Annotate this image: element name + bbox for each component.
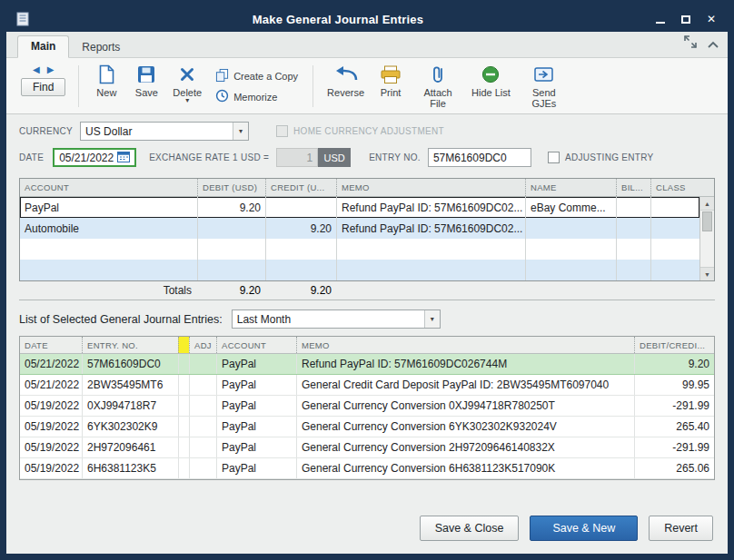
list-filter-bar: List of Selected General Journal Entries… xyxy=(19,309,715,329)
find-button[interactable]: Find xyxy=(21,78,65,96)
collapse-ribbon-icon[interactable] xyxy=(708,35,719,52)
gj-list-row[interactable]: 05/19/2022 6YK302302K9 PayPal General Cu… xyxy=(20,417,714,437)
minimize-button[interactable] xyxy=(650,10,671,28)
gj-list-row[interactable]: 05/19/2022 6H6381123K5 PayPal General Cu… xyxy=(20,458,714,479)
journal-grid-row: Automobile 9.20 Refund PayPal ID: 57M616… xyxy=(20,218,699,239)
save-button[interactable]: Save xyxy=(126,62,166,111)
cell-account: PayPal xyxy=(216,396,296,416)
cell-class[interactable] xyxy=(650,197,699,218)
cell-memo: General Currency Conversion 2H9720964614… xyxy=(296,437,634,457)
gj-list-row[interactable]: 05/21/2022 57M61609DC0 PayPal Refund Pay… xyxy=(20,354,714,375)
list-caption: List of Selected General Journal Entries… xyxy=(19,313,223,326)
save-and-new-button[interactable]: Save & New xyxy=(530,516,638,541)
cell-adj xyxy=(189,417,216,437)
toolbar-separator xyxy=(312,65,313,107)
totals-debit: 9.20 xyxy=(197,284,265,297)
attach-file-button[interactable]: Attach File xyxy=(411,62,465,111)
header-billable: BIL... xyxy=(616,179,650,196)
cell-name[interactable] xyxy=(525,218,616,239)
footer-actions: Save & Close Save & New Revert xyxy=(6,516,728,554)
tab-main[interactable]: Main xyxy=(17,35,69,58)
adjusting-entry-checkbox[interactable] xyxy=(548,152,560,163)
gj-list-row[interactable]: 05/19/2022 2H972096461 PayPal General Cu… xyxy=(20,437,714,458)
new-button[interactable]: New xyxy=(86,62,126,111)
print-icon xyxy=(381,63,401,86)
cell-memo: Refund PayPal ID: 57M61609DC026744M xyxy=(296,354,634,374)
journal-window-icon xyxy=(15,12,30,26)
chevron-down-icon: ▾ xyxy=(233,123,248,140)
forward-arrow-button[interactable]: ▶ xyxy=(47,64,55,74)
back-arrow-button[interactable]: ◀ xyxy=(33,64,40,74)
delete-button[interactable]: Delete ▾ xyxy=(166,62,208,111)
cell-billable[interactable] xyxy=(616,218,650,239)
expand-window-icon[interactable] xyxy=(684,35,697,52)
find-group: ◀ ▶ Find xyxy=(15,62,71,111)
currency-dropdown[interactable]: US Dollar ▾ xyxy=(80,122,249,141)
date-input[interactable]: 05/21/2022 xyxy=(53,148,136,167)
exchange-currency-badge: USD xyxy=(318,148,351,167)
cell-memo: General Currency Conversion 6YK302302K93… xyxy=(296,417,634,437)
cell-account: PayPal xyxy=(216,375,296,395)
copy-memorize-group: Create a Copy Memorize xyxy=(208,62,305,111)
tab-reports[interactable]: Reports xyxy=(69,37,133,58)
entry-no-input[interactable]: 57M61609DC0 xyxy=(428,148,531,167)
cell-debit[interactable] xyxy=(197,218,265,239)
column-highlight-yellow xyxy=(178,337,189,353)
header-date: DATE xyxy=(20,337,82,353)
create-copy-button[interactable]: Create a Copy xyxy=(215,68,298,84)
close-button[interactable]: ✕ xyxy=(700,10,722,28)
journal-grid-empty-row[interactable] xyxy=(20,260,699,280)
window-title: Make General Journal Entries xyxy=(30,13,646,26)
cell-adj xyxy=(189,396,216,416)
header-adj: ADJ xyxy=(189,337,216,353)
cell-adj xyxy=(189,375,216,395)
revert-button[interactable]: Revert xyxy=(649,516,713,541)
cell-amount: -291.99 xyxy=(634,437,714,457)
cell-name[interactable]: eBay Comme... xyxy=(525,197,616,218)
minimize-icon xyxy=(656,15,665,24)
cell-class[interactable] xyxy=(650,218,699,239)
grid-vertical-scrollbar[interactable]: ▲ ▼ xyxy=(699,197,714,280)
cell-memo[interactable]: Refund PayPal ID: 57M61609DC02... xyxy=(336,197,525,218)
gj-list-row[interactable]: 05/19/2022 0XJ994718R7 PayPal General Cu… xyxy=(20,396,714,417)
scroll-up-icon[interactable]: ▲ xyxy=(700,197,714,211)
gj-list-row[interactable]: 05/21/2022 2BW35495MT6 PayPal General Cr… xyxy=(20,375,714,396)
maximize-button[interactable] xyxy=(675,10,697,28)
cell-memo[interactable]: Refund PayPal ID: 57M61609DC02... xyxy=(336,218,525,239)
header-account: ACCOUNT xyxy=(216,337,296,353)
scrollbar-thumb[interactable] xyxy=(702,211,712,231)
journal-grid-empty-row[interactable] xyxy=(20,239,699,260)
cell-adj xyxy=(189,437,216,457)
print-button[interactable]: Print xyxy=(371,62,411,111)
chevron-down-icon: ▾ xyxy=(424,310,440,328)
delete-dropdown-caret[interactable]: ▾ xyxy=(185,99,189,103)
send-gjes-button[interactable]: Send GJEs xyxy=(517,62,571,111)
cell-memo: General Currency Conversion 6H6381123K51… xyxy=(296,458,634,478)
cell-debit[interactable]: 9.20 xyxy=(197,197,265,218)
cell-account[interactable]: Automobile xyxy=(20,218,197,239)
cell-account: PayPal xyxy=(216,458,296,478)
date-range-dropdown[interactable]: Last Month ▾ xyxy=(232,309,441,329)
make-general-journal-entries-window: Make General Journal Entries ✕ Main Repo… xyxy=(0,0,734,560)
header-memo: MEMO xyxy=(336,179,525,196)
cell-amount: 265.40 xyxy=(634,417,714,437)
totals-label: Totals xyxy=(19,284,197,297)
save-and-close-button[interactable]: Save & Close xyxy=(420,516,520,541)
hide-list-icon xyxy=(481,63,500,86)
header-entry-no: ENTRY. NO. xyxy=(82,337,178,353)
hide-list-button[interactable]: Hide List xyxy=(465,62,517,111)
cell-credit[interactable] xyxy=(265,197,336,218)
reverse-button[interactable]: Reverse xyxy=(321,62,371,111)
send-gjes-icon xyxy=(534,63,553,86)
cell-credit[interactable]: 9.20 xyxy=(265,218,336,239)
calendar-icon[interactable] xyxy=(117,151,130,165)
new-document-icon xyxy=(98,63,115,86)
cell-account[interactable]: PayPal xyxy=(20,197,197,218)
journal-grid-header: ACCOUNT DEBIT (USD) CREDIT (U... MEMO NA… xyxy=(20,179,714,197)
toolbar: ◀ ▶ Find New Save Delete ▾ xyxy=(6,58,728,114)
reverse-arrow-icon xyxy=(334,63,358,86)
entry-form: CURRENCY US Dollar ▾ HOME CURRENCY ADJUS… xyxy=(6,114,728,176)
scroll-down-icon[interactable]: ▼ xyxy=(700,267,714,280)
memorize-button[interactable]: Memorize xyxy=(215,89,298,104)
cell-billable[interactable] xyxy=(616,197,650,218)
